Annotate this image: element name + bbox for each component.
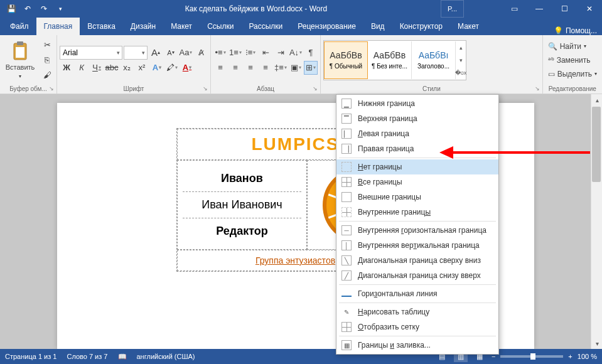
highlight-icon[interactable]: 🖍 bbox=[165, 61, 179, 75]
tab-file[interactable]: Файл bbox=[3, 18, 36, 35]
shrink-font-icon[interactable]: A▾ bbox=[164, 46, 178, 60]
tab-design[interactable]: Дизайн bbox=[123, 18, 163, 35]
tab-table-design[interactable]: Конструктор bbox=[392, 18, 450, 35]
zoom-slider[interactable] bbox=[500, 355, 563, 358]
tab-layout[interactable]: Макет bbox=[163, 18, 200, 35]
decrease-indent-icon[interactable]: ⇤ bbox=[259, 46, 272, 60]
border-inside-v-item[interactable]: │Внутренняя вертикальная граница bbox=[336, 238, 498, 253]
horizontal-line-item[interactable]: Горизонтальная линия bbox=[336, 286, 498, 301]
format-painter-icon[interactable]: 🖌 bbox=[40, 68, 54, 82]
vertical-scrollbar[interactable]: ▴ ▾ bbox=[591, 94, 602, 349]
font-color-icon[interactable]: A bbox=[180, 61, 194, 75]
justify-icon[interactable]: ≡ bbox=[259, 61, 272, 75]
border-right-item[interactable]: ▕Правая граница bbox=[336, 141, 498, 156]
superscript-icon[interactable]: x² bbox=[135, 61, 149, 75]
qat-customize-icon[interactable]: ▾ bbox=[53, 1, 68, 16]
font-name-combo[interactable]: Arial bbox=[60, 46, 122, 60]
borders-icon[interactable]: ⊞ bbox=[304, 61, 318, 75]
border-diag-up-item[interactable]: ╱Диагональная граница снизу вверх bbox=[336, 268, 498, 283]
style-normal[interactable]: АаБбВв ¶ Обычный bbox=[324, 41, 368, 79]
select-button[interactable]: ▭Выделить ▾ bbox=[548, 68, 597, 80]
minimize-icon[interactable]: — bbox=[527, 0, 552, 18]
redo-icon[interactable]: ↷ bbox=[36, 1, 51, 16]
draw-table-item[interactable]: ✎Нарисовать таблицу bbox=[336, 304, 498, 319]
gallery-up-icon[interactable]: ▴ bbox=[456, 41, 466, 54]
change-case-icon[interactable]: Aa bbox=[179, 46, 193, 60]
line-spacing-icon[interactable]: ‡≡ bbox=[274, 61, 288, 75]
undo-icon[interactable]: ↶ bbox=[20, 1, 35, 16]
view-gridlines-item[interactable]: Отобразить сетку bbox=[336, 319, 498, 335]
gallery-expand-icon[interactable]: �ox bbox=[456, 67, 466, 79]
show-marks-icon[interactable]: ¶ bbox=[304, 46, 318, 60]
zoom-level[interactable]: 100 % bbox=[578, 353, 597, 360]
bullets-icon[interactable]: •≡ bbox=[213, 46, 227, 60]
style-heading1[interactable]: АаБбВı Заголово... bbox=[412, 41, 456, 79]
name-cell[interactable]: Иван Иванович bbox=[183, 192, 302, 218]
tab-home[interactable]: Главная bbox=[36, 18, 80, 35]
paragraph-launcher-icon[interactable]: ↘ bbox=[313, 85, 318, 92]
shading-icon[interactable]: ▣ bbox=[289, 61, 303, 75]
border-outside-item[interactable]: Внешние границы bbox=[336, 190, 498, 205]
clear-format-icon[interactable]: A̷ bbox=[194, 46, 208, 60]
border-none-item[interactable]: Нет границы bbox=[336, 159, 498, 174]
scroll-thumb[interactable] bbox=[592, 107, 601, 182]
font-size-combo[interactable] bbox=[124, 46, 148, 60]
border-inside-h-item[interactable]: ─Внутренняя горизонтальная граница bbox=[336, 223, 498, 238]
clipboard-launcher-icon[interactable]: ↘ bbox=[49, 85, 54, 92]
scroll-up-icon[interactable]: ▴ bbox=[591, 94, 602, 105]
close-icon[interactable]: ✕ bbox=[577, 0, 602, 18]
user-badge[interactable]: P... bbox=[441, 0, 464, 18]
cut-icon[interactable]: ✂ bbox=[40, 38, 54, 52]
status-page[interactable]: Страница 1 из 1 bbox=[5, 353, 56, 360]
align-center-icon[interactable]: ≡ bbox=[228, 61, 242, 75]
borders-shading-item[interactable]: ▦Границы и заливка... bbox=[336, 338, 498, 353]
role-cell[interactable]: Редактор bbox=[183, 218, 302, 244]
tab-insert[interactable]: Вставка bbox=[80, 18, 123, 35]
border-left-item[interactable]: ▏Левая граница bbox=[336, 126, 498, 141]
tab-table-layout[interactable]: Макет bbox=[450, 18, 486, 35]
maximize-icon[interactable]: ☐ bbox=[552, 0, 577, 18]
subscript-icon[interactable]: x₂ bbox=[120, 61, 134, 75]
status-proofing-icon[interactable]: 📖 bbox=[118, 353, 127, 361]
zoom-in-icon[interactable]: + bbox=[568, 353, 572, 360]
tab-view[interactable]: Вид bbox=[363, 18, 392, 35]
paste-button[interactable]: Вставить ▾ bbox=[3, 37, 38, 83]
tab-mailings[interactable]: Рассылки bbox=[241, 18, 290, 35]
brand-text[interactable]: LUMPICS bbox=[252, 134, 340, 154]
footer-link[interactable]: Группа энтузиастов bbox=[255, 255, 335, 265]
status-language[interactable]: английский (США) bbox=[137, 353, 195, 360]
text-effects-icon[interactable]: A bbox=[150, 61, 164, 75]
italic-button[interactable]: К bbox=[75, 61, 89, 75]
underline-button[interactable]: Ч bbox=[90, 61, 104, 75]
document-scroll[interactable]: LUMPICS Иванов Иван Иванович Редактор bbox=[0, 94, 591, 349]
border-all-item[interactable]: Все границы bbox=[336, 174, 498, 190]
align-left-icon[interactable]: ≡ bbox=[213, 61, 227, 75]
font-launcher-icon[interactable]: ↘ bbox=[203, 85, 208, 92]
numbering-icon[interactable]: 1≡ bbox=[228, 46, 242, 60]
align-right-icon[interactable]: ≡ bbox=[244, 61, 257, 75]
tab-review[interactable]: Рецензирование bbox=[290, 18, 363, 35]
border-diag-down-item[interactable]: ╲Диагональная граница сверху вниз bbox=[336, 253, 498, 268]
ribbon-options-icon[interactable]: ▭ bbox=[502, 0, 527, 18]
style-no-spacing[interactable]: АаБбВв ¶ Без инте... bbox=[368, 41, 412, 79]
tab-references[interactable]: Ссылки bbox=[200, 18, 241, 35]
increase-indent-icon[interactable]: ⇥ bbox=[274, 46, 288, 60]
replace-button[interactable]: ᵃᵇЗаменить bbox=[548, 54, 597, 67]
copy-icon[interactable]: ⎘ bbox=[40, 53, 54, 67]
styles-launcher-icon[interactable]: ↘ bbox=[535, 85, 540, 92]
find-button[interactable]: 🔍Найти ▾ bbox=[548, 40, 597, 53]
scroll-down-icon[interactable]: ▾ bbox=[591, 338, 602, 349]
grow-font-icon[interactable]: A▴ bbox=[149, 46, 163, 60]
status-words[interactable]: Слово 7 из 7 bbox=[67, 353, 107, 360]
bold-button[interactable]: Ж bbox=[60, 61, 73, 75]
gallery-down-icon[interactable]: ▾ bbox=[456, 54, 466, 67]
save-icon[interactable]: 💾 bbox=[4, 1, 19, 16]
multilevel-icon[interactable]: ⁝≡ bbox=[244, 46, 257, 60]
tell-me-search[interactable]: 💡 Помощ... bbox=[554, 26, 597, 35]
border-top-item[interactable]: ▔Верхняя граница bbox=[336, 111, 498, 126]
surname-cell[interactable]: Иванов bbox=[183, 166, 302, 192]
border-bottom-item[interactable]: ▁Нижняя граница bbox=[336, 96, 498, 111]
border-inside-item[interactable]: Внутренние границы bbox=[336, 205, 498, 220]
strike-button[interactable]: abc bbox=[105, 61, 119, 75]
sort-icon[interactable]: A↓ bbox=[289, 46, 303, 60]
